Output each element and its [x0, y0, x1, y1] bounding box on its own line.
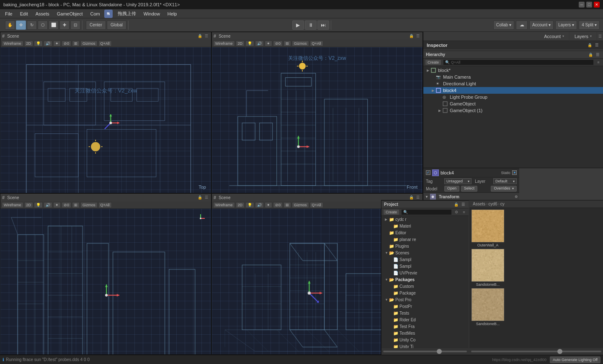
- folder-postpr[interactable]: 📁 PostPr: [381, 303, 469, 310]
- menu-edit[interactable]: Edit: [17, 10, 31, 17]
- hierarchy-menu-icon[interactable]: ☰: [595, 52, 600, 58]
- tool-scale-btn[interactable]: ⬡: [38, 21, 48, 30]
- static-checkbox[interactable]: ▾: [512, 170, 517, 175]
- scene-tr-lock-icon[interactable]: 🔒: [408, 33, 414, 39]
- hierarchy-filter-icon[interactable]: ≡: [595, 59, 601, 65]
- project-slider-thumb[interactable]: [437, 349, 442, 354]
- tool-combined-btn[interactable]: ✚: [59, 21, 70, 30]
- tool-rotate-btn[interactable]: ↻: [27, 21, 37, 30]
- scene-br-search[interactable]: Q+All: [310, 202, 323, 208]
- inspector-lock-icon[interactable]: 🔒: [587, 42, 593, 48]
- folder-planar[interactable]: 📁 planar re: [381, 236, 469, 243]
- layers-dropdown[interactable]: Layers ▾: [555, 21, 577, 30]
- scene-tl-view[interactable]: 关注微信公众号：V2_zxw: [0, 47, 211, 193]
- asset-outerwall[interactable]: OuterWall_A: [471, 210, 505, 247]
- folder-tests[interactable]: 📁 Tests: [381, 310, 469, 316]
- scene-tl-light[interactable]: 💡: [34, 41, 43, 46]
- tool-custom-btn[interactable]: ⊡: [70, 21, 80, 30]
- scene-tr-mode[interactable]: Wireframe: [213, 41, 235, 46]
- scene-bl-mode[interactable]: Wireframe: [2, 202, 23, 208]
- tool-move-btn[interactable]: ✥: [16, 21, 26, 30]
- scene-tr-search[interactable]: Q+All: [310, 41, 323, 46]
- lighting-btn[interactable]: Auto Generate Lighting Off: [550, 356, 600, 363]
- scene-br-mode[interactable]: Wireframe: [213, 202, 235, 208]
- folder-plugins[interactable]: 📁 Plugins: [381, 243, 469, 249]
- scene-bl-light[interactable]: 💡: [34, 202, 43, 208]
- asset-slider-track[interactable]: [471, 351, 601, 352]
- overrides-btn[interactable]: Overrides ▾: [491, 186, 517, 192]
- maximize-btn[interactable]: □: [586, 2, 592, 8]
- folder-unityt[interactable]: 📁 Unity Ti: [381, 343, 469, 348]
- folder-packages[interactable]: ▼ 📂 Packages: [381, 276, 469, 283]
- folder-unityco[interactable]: 📁 Unity Co: [381, 336, 469, 343]
- hierarchy-item-block[interactable]: ▶ block*: [423, 67, 603, 74]
- scene-bl-2d[interactable]: 2D: [24, 202, 34, 208]
- select-btn[interactable]: Select: [461, 186, 477, 192]
- menu-file[interactable]: File: [2, 10, 16, 17]
- folder-uvprev[interactable]: 📄 UVPrevie: [381, 269, 469, 276]
- split-dropdown[interactable]: 4 Split ▾: [579, 21, 600, 30]
- project-menu-icon[interactable]: ☰: [460, 202, 466, 208]
- scene-tl-search[interactable]: Q+All: [98, 41, 112, 46]
- hierarchy-lock-icon[interactable]: 🔒: [588, 52, 593, 58]
- project-settings-icon[interactable]: ⚙: [454, 209, 459, 215]
- scene-tr-menu-icon[interactable]: ☰: [415, 33, 421, 39]
- scene-tr-2d[interactable]: 2D: [236, 41, 245, 46]
- scene-bl-audio[interactable]: 🔊: [44, 202, 52, 208]
- tag-dropdown[interactable]: Untagged ▾: [444, 178, 472, 184]
- folder-scenes[interactable]: ▼ 📂 Scenes: [381, 249, 469, 256]
- folder-sampl2[interactable]: 📄 Sampl: [381, 263, 469, 269]
- collab-dropdown[interactable]: Collab ▾: [493, 21, 514, 30]
- scene-br-grid[interactable]: ⊞: [283, 202, 291, 208]
- scene-tl-mode[interactable]: Wireframe: [2, 41, 23, 46]
- scene-tl-audio[interactable]: 🔊: [44, 41, 52, 46]
- hierarchy-item-lightprobe[interactable]: ◎ Light Probe Group: [423, 94, 603, 100]
- scene-tr-fx[interactable]: ✦: [265, 41, 272, 46]
- global-btn[interactable]: Global: [107, 21, 126, 30]
- cloud-btn[interactable]: ☁: [516, 21, 528, 30]
- folder-cydcr[interactable]: ▶ 📁 cydc r: [381, 216, 469, 223]
- menu-tuozhuai[interactable]: 拖拽上传: [114, 10, 139, 18]
- menu-com[interactable]: Com: [87, 10, 103, 17]
- hierarchy-item-light[interactable]: ☀ Directional Light: [423, 80, 603, 87]
- scene-tl-grid[interactable]: ⊞: [72, 41, 80, 46]
- folder-package[interactable]: 📁 Package: [381, 290, 469, 296]
- project-search[interactable]: 🔍: [401, 209, 452, 215]
- folder-testfra[interactable]: 📁 Test Fra: [381, 323, 469, 330]
- scene-bl-menu-icon[interactable]: ☰: [204, 195, 209, 200]
- folder-sampl1[interactable]: 📄 Sampl: [381, 256, 469, 263]
- scene-tl-gizmos[interactable]: Gizmos: [80, 41, 98, 46]
- scene-br-fx[interactable]: ✦: [265, 202, 272, 208]
- hierarchy-create-btn[interactable]: Create: [425, 59, 441, 65]
- scene-bl-lock-icon[interactable]: 🔒: [197, 195, 203, 200]
- account-tab[interactable]: Account ▾: [539, 32, 570, 41]
- tool-hand-btn[interactable]: ✋: [5, 21, 15, 30]
- scene-br-menu-icon[interactable]: ☰: [415, 195, 421, 200]
- scene-tr-grid[interactable]: ⊞: [283, 41, 291, 46]
- scene-br-misc[interactable]: ⊘0: [273, 202, 283, 208]
- scene-bl-gizmos[interactable]: Gizmos: [80, 202, 98, 208]
- scene-tr-light[interactable]: 💡: [245, 41, 254, 46]
- close-btn[interactable]: ✕: [594, 2, 600, 8]
- menu-assets[interactable]: Assets: [32, 10, 53, 17]
- hierarchy-item-go[interactable]: GameObject: [423, 100, 603, 107]
- scene-bl-search[interactable]: Q+All: [98, 202, 112, 208]
- step-btn[interactable]: ⏭: [317, 21, 329, 30]
- asset-sandstone1[interactable]: SandstoneB...: [471, 249, 505, 287]
- pause-btn[interactable]: ⏸: [305, 21, 317, 30]
- scene-br-light[interactable]: 💡: [245, 202, 254, 208]
- folder-rider[interactable]: 📁 Rider Ed: [381, 316, 469, 323]
- scene-tl-misc[interactable]: ⊘0: [62, 41, 71, 46]
- scene-br-gizmos[interactable]: Gizmos: [292, 202, 309, 208]
- minimize-btn[interactable]: ─: [579, 2, 585, 8]
- hierarchy-search[interactable]: 🔍 Q+All: [443, 59, 594, 65]
- scene-bl-fx[interactable]: ✦: [53, 202, 61, 208]
- scene-tl-lock-icon[interactable]: 🔒: [197, 33, 203, 39]
- scene-br-lock-icon[interactable]: 🔒: [408, 195, 414, 200]
- hierarchy-item-go1[interactable]: ▶ GameObject (1): [423, 107, 603, 114]
- scene-br-audio[interactable]: 🔊: [255, 202, 264, 208]
- scene-tl-fx[interactable]: ✦: [53, 41, 61, 46]
- transform-settings-icon[interactable]: ⚙: [515, 195, 518, 199]
- inspector-menu-icon[interactable]: ☰: [594, 42, 600, 48]
- scene-tl-2d[interactable]: 2D: [24, 41, 34, 46]
